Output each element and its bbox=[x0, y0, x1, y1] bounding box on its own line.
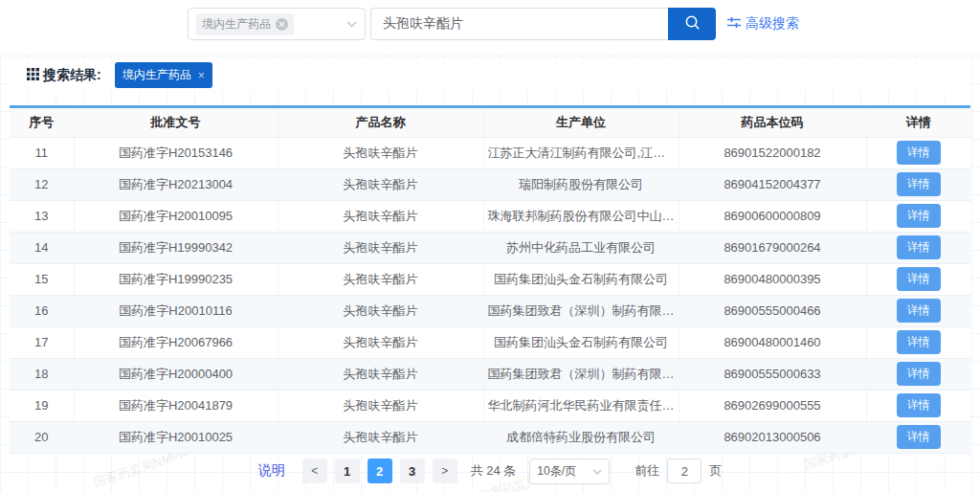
cell-manufacturer: 珠海联邦制药股份有限公司中山分... bbox=[483, 200, 679, 232]
cell-product: 头孢呋辛酯片 bbox=[278, 326, 483, 358]
cell-product: 头孢呋辛酯片 bbox=[278, 358, 483, 390]
page-size-select[interactable]: 10条/页 bbox=[529, 458, 610, 484]
chevron-down-icon bbox=[346, 17, 357, 31]
tag-close-icon[interactable]: ✕ bbox=[276, 18, 288, 31]
table-row: 17国药准字H20067966头孢呋辛酯片国药集团汕头金石制药有限公司86900… bbox=[10, 326, 970, 358]
search-input[interactable] bbox=[370, 8, 668, 40]
cell-product: 头孢呋辛酯片 bbox=[278, 168, 483, 200]
cell-product: 头孢呋辛酯片 bbox=[278, 200, 483, 232]
cell-code: 86900555000466 bbox=[679, 295, 866, 326]
cell-manufacturer: 苏州中化药品工业有限公司 bbox=[483, 232, 679, 263]
category-filter-select[interactable]: 境内生产药品 ✕ bbox=[188, 8, 366, 40]
detail-button[interactable]: 详情 bbox=[897, 204, 941, 228]
cell-manufacturer: 瑞阳制药股份有限公司 bbox=[483, 168, 679, 200]
cell-no: 18 bbox=[10, 358, 74, 390]
cell-detail: 详情 bbox=[866, 137, 970, 168]
detail-button[interactable]: 详情 bbox=[897, 425, 941, 449]
page-buttons: 123 bbox=[335, 458, 425, 483]
goto-page-input[interactable] bbox=[667, 458, 702, 483]
cell-detail: 详情 bbox=[866, 421, 970, 453]
cell-manufacturer: 江苏正大清江制药有限公司,江苏... bbox=[483, 137, 679, 168]
search-button[interactable] bbox=[668, 8, 716, 40]
cell-detail: 详情 bbox=[866, 295, 970, 326]
grid-icon bbox=[27, 68, 39, 83]
cell-code: 86900600000809 bbox=[679, 200, 866, 232]
cell-no: 20 bbox=[10, 421, 74, 453]
cell-no: 11 bbox=[10, 137, 74, 168]
cell-code: 86902013000506 bbox=[679, 421, 866, 453]
search-icon bbox=[683, 13, 702, 34]
cell-code: 86900555000633 bbox=[679, 358, 866, 390]
table-row: 14国药准字H19990342头孢呋辛酯片苏州中化药品工业有限公司8690167… bbox=[10, 232, 970, 263]
cell-approval: 国药准字H20041879 bbox=[74, 390, 278, 421]
cell-manufacturer: 华北制药河北华民药业有限责任公... bbox=[483, 390, 679, 421]
detail-button[interactable]: 详情 bbox=[897, 299, 941, 323]
column-header: 详情 bbox=[866, 108, 970, 137]
column-header: 批准文号 bbox=[74, 108, 278, 137]
cell-no: 12 bbox=[10, 168, 74, 200]
table-row: 13国药准字H20010095头孢呋辛酯片珠海联邦制药股份有限公司中山分...8… bbox=[10, 200, 970, 232]
cell-product: 头孢呋辛酯片 bbox=[278, 137, 483, 168]
category-filter-tag-label: 境内生产药品 bbox=[202, 16, 271, 33]
table-header-row: 序号批准文号产品名称生产单位药品本位码详情 bbox=[10, 108, 970, 137]
cell-approval: 国药准字H19990235 bbox=[74, 263, 278, 295]
detail-button[interactable]: 详情 bbox=[897, 393, 941, 417]
table-body: 11国药准字H20153146头孢呋辛酯片江苏正大清江制药有限公司,江苏...8… bbox=[10, 137, 970, 453]
cell-manufacturer: 国药集团致君（深圳）制药有限公... bbox=[483, 295, 679, 326]
page-button-1[interactable]: 1 bbox=[335, 458, 360, 483]
table-row: 20国药准字H20010025头孢呋辛酯片成都倍特药业股份有限公司8690201… bbox=[10, 421, 970, 453]
detail-button[interactable]: 详情 bbox=[897, 362, 941, 386]
prev-page-button[interactable]: < bbox=[302, 458, 327, 483]
page-button-3[interactable]: 3 bbox=[400, 458, 425, 483]
results-table: 序号批准文号产品名称生产单位药品本位码详情 11国药准字H20153146头孢呋… bbox=[10, 108, 970, 454]
active-filter-tag[interactable]: 境内生产药品 × bbox=[115, 62, 212, 88]
table-row: 15国药准字H19990235头孢呋辛酯片国药集团汕头金石制药有限公司86900… bbox=[10, 263, 970, 295]
cell-approval: 国药准字H20000400 bbox=[74, 358, 278, 390]
results-table-card: 序号批准文号产品名称生产单位药品本位码详情 11国药准字H20153146头孢呋… bbox=[10, 105, 970, 454]
cell-approval: 国药准字H20067966 bbox=[74, 326, 278, 358]
results-label: 搜索结果: bbox=[27, 67, 101, 84]
cell-code: 86900480001460 bbox=[679, 326, 866, 358]
cell-approval: 国药准字H20213004 bbox=[74, 168, 278, 200]
search-results-bar: 搜索结果: 境内生产药品 × bbox=[10, 59, 970, 91]
detail-button[interactable]: 详情 bbox=[897, 141, 941, 165]
goto-suffix: 页 bbox=[709, 462, 722, 480]
detail-button[interactable]: 详情 bbox=[897, 235, 941, 259]
detail-button[interactable]: 详情 bbox=[897, 267, 941, 291]
cell-code: 86904152004377 bbox=[679, 168, 866, 200]
cell-product: 头孢呋辛酯片 bbox=[278, 232, 483, 263]
active-filter-tag-label: 境内生产药品 bbox=[122, 67, 191, 83]
cell-manufacturer: 成都倍特药业股份有限公司 bbox=[483, 421, 679, 453]
cell-code: 86900480000395 bbox=[679, 263, 866, 295]
column-header: 生产单位 bbox=[483, 108, 679, 137]
cell-no: 17 bbox=[10, 326, 74, 358]
cell-approval: 国药准字H20153146 bbox=[74, 137, 278, 168]
cell-detail: 详情 bbox=[866, 326, 970, 358]
sliders-icon bbox=[727, 16, 741, 32]
advanced-search-link[interactable]: 高级搜索 bbox=[727, 15, 799, 33]
cell-detail: 详情 bbox=[866, 390, 970, 421]
chevron-down-icon bbox=[592, 464, 602, 478]
advanced-search-label: 高级搜索 bbox=[746, 15, 799, 33]
detail-button[interactable]: 详情 bbox=[897, 330, 941, 354]
cell-detail: 详情 bbox=[866, 168, 970, 200]
cell-no: 16 bbox=[10, 295, 74, 326]
table-row: 16国药准字H20010116头孢呋辛酯片国药集团致君（深圳）制药有限公...8… bbox=[10, 295, 970, 326]
cell-no: 15 bbox=[10, 263, 74, 295]
cell-product: 头孢呋辛酯片 bbox=[278, 421, 483, 453]
page-button-2[interactable]: 2 bbox=[368, 458, 392, 483]
cell-product: 头孢呋辛酯片 bbox=[278, 390, 483, 421]
cell-detail: 详情 bbox=[866, 358, 970, 390]
cell-manufacturer: 国药集团汕头金石制药有限公司 bbox=[483, 326, 679, 358]
filter-tag-close-icon[interactable]: × bbox=[198, 69, 205, 82]
cell-product: 头孢呋辛酯片 bbox=[278, 263, 483, 295]
table-row: 18国药准字H20000400头孢呋辛酯片国药集团致君（深圳）制药有限公...8… bbox=[10, 358, 970, 390]
detail-button[interactable]: 详情 bbox=[897, 172, 941, 196]
note-link[interactable]: 说明 bbox=[258, 462, 285, 480]
next-page-button[interactable]: > bbox=[433, 458, 457, 483]
total-count-text: 共 24 条 bbox=[471, 462, 517, 480]
cell-approval: 国药准字H20010025 bbox=[74, 421, 278, 453]
cell-manufacturer: 国药集团汕头金石制药有限公司 bbox=[483, 263, 679, 295]
page-size-value: 10条/页 bbox=[537, 463, 576, 480]
cell-code: 86901522000182 bbox=[679, 137, 866, 168]
